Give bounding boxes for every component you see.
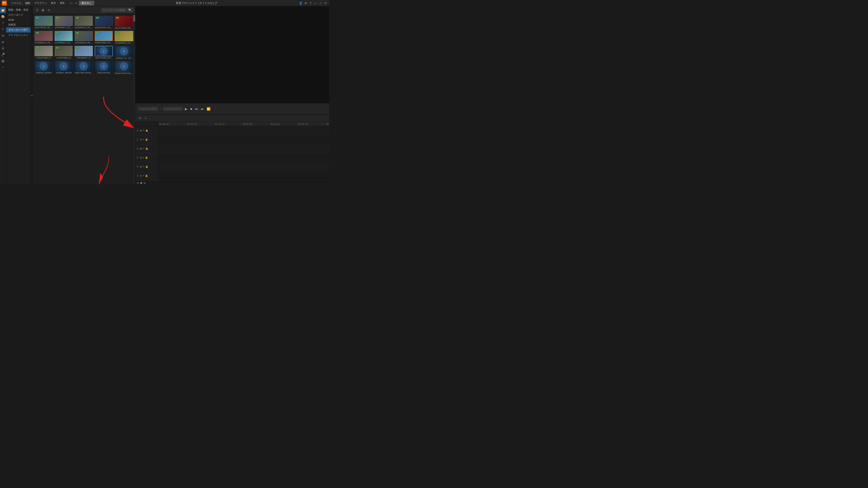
tool-color[interactable]: 🎨 <box>0 13 6 20</box>
track-2v-video-icon[interactable]: ▣ <box>140 147 142 150</box>
media-item-above_earth[interactable]: ♪Above Earth_515... <box>95 46 113 59</box>
library-scrollbar[interactable] <box>133 14 135 184</box>
tool-mix[interactable]: ⊕ <box>0 45 6 51</box>
undo-button[interactable]: ↩ <box>69 1 73 5</box>
music-note-icon: ♪ <box>120 47 128 55</box>
track-3a-number: 3. <box>137 174 138 177</box>
sidebar-myproject[interactable]: マイプロジェクト <box>6 33 31 38</box>
menu-file[interactable]: ファイル <box>9 1 23 5</box>
track-2a-eye-icon[interactable]: 👁 <box>142 156 145 159</box>
media-item-early_morning[interactable]: ♪Early Morning <box>95 61 113 74</box>
track-3a-lock-icon[interactable]: 🔒 <box>145 174 148 177</box>
track-2v-eye-icon[interactable]: 👁 <box>143 147 145 150</box>
sidebar-downloaded[interactable]: ダウンロード完了 <box>6 27 31 33</box>
media-item-games_guns[interactable]: ♪Games and Guns_... <box>115 61 133 74</box>
maximize-button[interactable]: □ <box>319 1 322 5</box>
media-item-1016099413[interactable]: HD1016099413_HD_... <box>74 16 93 29</box>
track-3v-video-icon[interactable]: ▣ <box>140 165 142 168</box>
timeline-settings-button[interactable]: ⊞ <box>137 116 142 121</box>
close-button[interactable]: ✕ <box>324 1 327 5</box>
media-item-architect[interactable]: ♪Architect_484190 <box>55 61 73 74</box>
prev-frame-button[interactable]: ⏮ <box>194 107 198 111</box>
tool-mic[interactable]: 🎤 <box>0 52 6 57</box>
track-3a-eye-icon[interactable]: 👁 <box>142 174 145 177</box>
user-icon[interactable]: 👤 <box>299 1 303 5</box>
menu-view[interactable]: 表示 <box>49 1 58 5</box>
stop-button[interactable]: ■ <box>190 107 192 111</box>
fast-forward-button[interactable]: ⏩ <box>206 107 211 111</box>
track-label-1a: 1. ◀ 👁 🔒 <box>135 135 158 144</box>
menu-plugin[interactable]: プラグイン <box>33 1 49 5</box>
menu-items: ファイル 編集 プラグイン 表示 再生 <box>9 1 67 5</box>
media-item-1019050810[interactable]: HD1019050810_HD_... <box>55 31 73 44</box>
track-3v-lock-icon[interactable]: 🔒 <box>145 165 148 168</box>
export-button[interactable]: 書き出し <box>79 1 94 5</box>
media-item-1016537320[interactable]: HD1016537320_HD_... <box>95 16 113 29</box>
track-1v-eye-icon[interactable]: 👁 <box>143 129 145 132</box>
redo-button[interactable]: ↪ <box>74 1 78 5</box>
track-2a-lock-icon[interactable]: 🔒 <box>145 156 148 159</box>
media-item-1174972996[interactable]: HD1174972996_01 <box>55 46 73 59</box>
track-1a-audio-icon[interactable]: ◀ <box>140 138 142 141</box>
menu-edit[interactable]: 編集 <box>24 1 32 5</box>
media-item-1020674593[interactable]: HD1020674593_HD_... <box>95 31 113 44</box>
media-item-label: Akatsuki_520093 <box>35 72 53 74</box>
view-large-button[interactable]: ⊟ <box>46 8 51 13</box>
media-item-1014749798[interactable]: HD1014749798_HD_... <box>35 16 53 29</box>
media-item-label: 1018585612_HD_... <box>35 41 53 44</box>
sidebar-colorboard[interactable]: カラーボード <box>6 12 31 18</box>
sidebar-bgm[interactable]: BGM <box>6 18 31 22</box>
track-2v-lock-icon[interactable]: 🔒 <box>145 147 148 150</box>
media-item-1020800422[interactable]: HD1020800422_HD_... <box>115 31 133 44</box>
media-item-1020108244[interactable]: HD1020108244_HD_... <box>74 31 93 44</box>
sidebar-collapse-button[interactable]: ◀ <box>31 6 33 184</box>
media-item-akatsuki[interactable]: ♪Akatsuki_520093 <box>35 61 53 74</box>
tool-media[interactable]: 📁 <box>0 7 6 13</box>
view-list-button[interactable]: ☰ <box>35 8 39 13</box>
minimize-button[interactable]: — <box>314 1 317 5</box>
hd-badge: HD <box>56 17 59 19</box>
settings-icon[interactable]: ⚙ <box>304 1 307 5</box>
media-item-1018585612[interactable]: HD1018585612_HD_... <box>35 31 53 44</box>
media-item-back_alley[interactable]: ♪Back Alley Stomp... <box>74 61 93 74</box>
menu-playback[interactable]: 再生 <box>58 1 67 5</box>
track-1v-icons: ▣ 👁 🔒 <box>140 129 148 132</box>
track-1v-number: 1. <box>137 129 138 132</box>
track-1a-eye-icon[interactable]: 👁 <box>142 138 145 141</box>
tool-grid1[interactable]: ▦ <box>0 58 6 64</box>
view-grid-button[interactable]: ⊞ <box>40 8 45 13</box>
hd-badge: HD <box>56 32 59 34</box>
library-search-input[interactable] <box>103 9 127 11</box>
media-item-1291396447[interactable]: HD1291396447_01 <box>74 46 93 59</box>
track-2a-audio-icon[interactable]: ◀ <box>140 156 142 159</box>
scroll-left-arrow[interactable]: ◀ <box>137 182 138 184</box>
next-frame-button[interactable]: ⏭ <box>200 107 204 111</box>
media-item-1015993927[interactable]: HD1015993927_HD_... <box>55 16 73 29</box>
sidebar-media[interactable]: 動画・画像・音楽 <box>6 7 31 12</box>
scroll-right-arrow[interactable]: ▶ <box>144 182 146 184</box>
ruler-mark: 00;10;00 <box>327 123 329 125</box>
hd-badge: HD <box>35 32 39 34</box>
media-item-1151472968[interactable]: HD1151472968_01 <box>35 46 53 59</box>
track-1a-icons: ◀ 👁 🔒 <box>140 138 148 141</box>
media-item-1017172228[interactable]: HD1017172228_HD_... <box>115 16 133 29</box>
media-item-achievement[interactable]: ♪Achieve...nt ...he... <box>115 46 133 59</box>
track-label-3v: 3. ▣ 👁 🔒 <box>135 162 158 171</box>
sidebar-effects[interactable]: 効果音 <box>6 22 31 27</box>
help-icon[interactable]: ? <box>309 1 312 5</box>
tool-fx[interactable]: fx <box>0 26 6 32</box>
track-labels: 1. ▣ 👁 🔒 1. ◀ 👁 🔒 <box>135 122 158 181</box>
music-note-icon: ♪ <box>80 62 88 70</box>
tool-filter[interactable]: ◈ <box>0 39 6 45</box>
track-3a-audio-icon[interactable]: ◀ <box>140 174 142 177</box>
tool-transition[interactable]: ⋈ <box>0 33 6 38</box>
track-1v-lock-icon[interactable]: 🔒 <box>145 129 148 132</box>
tool-text[interactable]: T <box>0 20 6 26</box>
play-button[interactable]: ▶ <box>184 107 188 111</box>
track-3v-eye-icon[interactable]: 👁 <box>143 165 145 168</box>
media-item-label: 1019050810_HD_... <box>55 41 73 44</box>
track-1a-lock-icon[interactable]: 🔒 <box>145 138 148 141</box>
tool-grid2[interactable]: ▪ <box>0 64 6 70</box>
track-1v-video-icon[interactable]: ▣ <box>140 129 142 132</box>
timeline-view-button[interactable]: ≡ <box>143 116 148 121</box>
